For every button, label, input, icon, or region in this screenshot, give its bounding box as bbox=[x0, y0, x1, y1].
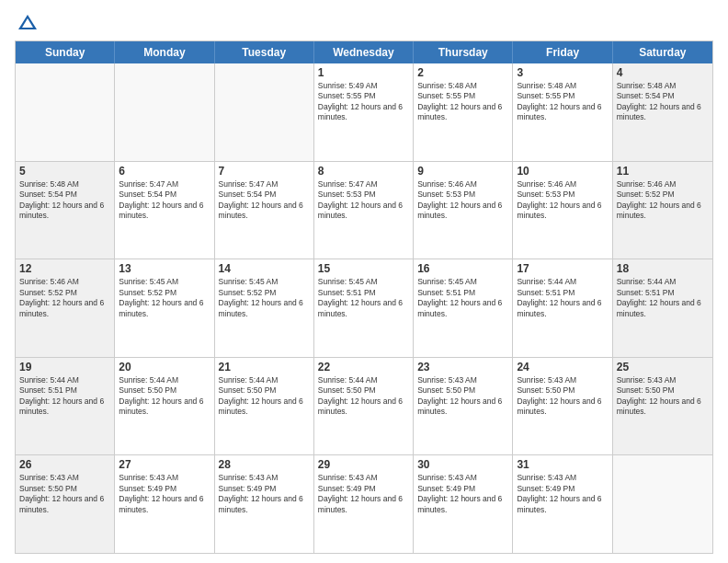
calendar-body: 1Sunrise: 5:49 AMSunset: 5:55 PMDaylight… bbox=[16, 63, 712, 553]
logo bbox=[15, 11, 44, 37]
calendar-cell: 31Sunrise: 5:43 AMSunset: 5:49 PMDayligh… bbox=[513, 455, 612, 553]
day-info: Sunrise: 5:47 AMSunset: 5:54 PMDaylight:… bbox=[219, 179, 310, 222]
day-info: Sunrise: 5:48 AMSunset: 5:55 PMDaylight:… bbox=[417, 81, 508, 123]
day-number: 16 bbox=[417, 262, 508, 275]
calendar-cell: 4Sunrise: 5:48 AMSunset: 5:54 PMDaylight… bbox=[613, 63, 712, 161]
day-number: 30 bbox=[417, 458, 508, 471]
calendar-cell bbox=[215, 63, 314, 161]
day-info: Sunrise: 5:48 AMSunset: 5:54 PMDaylight:… bbox=[19, 179, 110, 222]
day-info: Sunrise: 5:43 AMSunset: 5:50 PMDaylight:… bbox=[517, 375, 608, 418]
calendar-cell: 29Sunrise: 5:43 AMSunset: 5:49 PMDayligh… bbox=[314, 455, 414, 553]
day-number: 24 bbox=[517, 361, 608, 373]
day-number: 2 bbox=[417, 66, 508, 79]
day-number: 20 bbox=[119, 361, 210, 373]
day-number: 14 bbox=[219, 262, 310, 275]
day-number: 28 bbox=[219, 458, 310, 471]
calendar-cell: 14Sunrise: 5:45 AMSunset: 5:52 PMDayligh… bbox=[215, 259, 314, 357]
calendar-cell: 19Sunrise: 5:44 AMSunset: 5:51 PMDayligh… bbox=[16, 358, 115, 455]
calendar-row-2: 12Sunrise: 5:46 AMSunset: 5:52 PMDayligh… bbox=[16, 259, 712, 357]
day-info: Sunrise: 5:45 AMSunset: 5:51 PMDaylight:… bbox=[318, 277, 409, 319]
day-number: 26 bbox=[19, 458, 110, 471]
header-day-tuesday: Tuesday bbox=[215, 41, 314, 63]
day-number: 7 bbox=[219, 165, 310, 178]
day-number: 25 bbox=[617, 361, 709, 373]
day-info: Sunrise: 5:48 AMSunset: 5:55 PMDaylight:… bbox=[517, 81, 608, 123]
day-info: Sunrise: 5:43 AMSunset: 5:49 PMDaylight:… bbox=[219, 473, 310, 515]
day-number: 8 bbox=[318, 165, 409, 178]
calendar-cell: 7Sunrise: 5:47 AMSunset: 5:54 PMDaylight… bbox=[215, 162, 314, 259]
calendar-cell bbox=[613, 455, 712, 553]
day-info: Sunrise: 5:43 AMSunset: 5:49 PMDaylight:… bbox=[119, 473, 210, 515]
day-number: 17 bbox=[517, 262, 608, 275]
day-number: 21 bbox=[219, 361, 310, 373]
day-info: Sunrise: 5:43 AMSunset: 5:50 PMDaylight:… bbox=[617, 375, 709, 418]
day-info: Sunrise: 5:46 AMSunset: 5:52 PMDaylight:… bbox=[19, 277, 110, 319]
day-info: Sunrise: 5:44 AMSunset: 5:51 PMDaylight:… bbox=[517, 277, 608, 319]
header-day-thursday: Thursday bbox=[414, 41, 513, 63]
day-info: Sunrise: 5:44 AMSunset: 5:51 PMDaylight:… bbox=[19, 375, 110, 418]
calendar-cell: 22Sunrise: 5:44 AMSunset: 5:50 PMDayligh… bbox=[314, 358, 414, 455]
calendar-cell: 30Sunrise: 5:43 AMSunset: 5:49 PMDayligh… bbox=[414, 455, 513, 553]
day-number: 23 bbox=[417, 361, 508, 373]
calendar-row-1: 5Sunrise: 5:48 AMSunset: 5:54 PMDaylight… bbox=[16, 161, 712, 259]
calendar-cell: 11Sunrise: 5:46 AMSunset: 5:52 PMDayligh… bbox=[613, 162, 712, 259]
calendar-cell: 18Sunrise: 5:44 AMSunset: 5:51 PMDayligh… bbox=[613, 259, 712, 357]
calendar-cell: 28Sunrise: 5:43 AMSunset: 5:49 PMDayligh… bbox=[215, 455, 314, 553]
page: SundayMondayTuesdayWednesdayThursdayFrid… bbox=[0, 0, 728, 563]
day-number: 10 bbox=[517, 165, 608, 178]
calendar-cell: 9Sunrise: 5:46 AMSunset: 5:53 PMDaylight… bbox=[414, 162, 513, 259]
calendar-cell: 20Sunrise: 5:44 AMSunset: 5:50 PMDayligh… bbox=[115, 358, 214, 455]
calendar-cell bbox=[16, 63, 115, 161]
day-number: 11 bbox=[617, 165, 709, 178]
day-number: 29 bbox=[318, 458, 409, 471]
day-info: Sunrise: 5:44 AMSunset: 5:51 PMDaylight:… bbox=[617, 277, 709, 319]
calendar-cell: 21Sunrise: 5:44 AMSunset: 5:50 PMDayligh… bbox=[215, 358, 314, 455]
day-info: Sunrise: 5:46 AMSunset: 5:53 PMDaylight:… bbox=[517, 179, 608, 222]
calendar-cell: 24Sunrise: 5:43 AMSunset: 5:50 PMDayligh… bbox=[513, 358, 612, 455]
day-info: Sunrise: 5:46 AMSunset: 5:52 PMDaylight:… bbox=[617, 179, 709, 222]
day-number: 18 bbox=[617, 262, 709, 275]
calendar-cell: 6Sunrise: 5:47 AMSunset: 5:54 PMDaylight… bbox=[115, 162, 214, 259]
day-info: Sunrise: 5:43 AMSunset: 5:49 PMDaylight:… bbox=[318, 473, 409, 515]
header-day-wednesday: Wednesday bbox=[314, 41, 414, 63]
day-info: Sunrise: 5:46 AMSunset: 5:53 PMDaylight:… bbox=[417, 179, 508, 222]
calendar-cell: 12Sunrise: 5:46 AMSunset: 5:52 PMDayligh… bbox=[16, 259, 115, 357]
calendar-row-0: 1Sunrise: 5:49 AMSunset: 5:55 PMDaylight… bbox=[16, 63, 712, 161]
header bbox=[15, 11, 713, 37]
day-number: 4 bbox=[617, 66, 709, 79]
day-number: 19 bbox=[19, 361, 110, 373]
day-info: Sunrise: 5:47 AMSunset: 5:54 PMDaylight:… bbox=[119, 179, 210, 222]
calendar-cell: 17Sunrise: 5:44 AMSunset: 5:51 PMDayligh… bbox=[513, 259, 612, 357]
calendar-row-4: 26Sunrise: 5:43 AMSunset: 5:50 PMDayligh… bbox=[16, 454, 712, 553]
calendar-cell: 10Sunrise: 5:46 AMSunset: 5:53 PMDayligh… bbox=[513, 162, 612, 259]
day-info: Sunrise: 5:45 AMSunset: 5:51 PMDaylight:… bbox=[417, 277, 508, 319]
day-number: 3 bbox=[517, 66, 608, 79]
day-number: 12 bbox=[19, 262, 110, 275]
calendar-header: SundayMondayTuesdayWednesdayThursdayFrid… bbox=[16, 41, 712, 63]
header-day-saturday: Saturday bbox=[613, 41, 712, 63]
day-info: Sunrise: 5:43 AMSunset: 5:49 PMDaylight:… bbox=[417, 473, 508, 515]
day-info: Sunrise: 5:48 AMSunset: 5:54 PMDaylight:… bbox=[617, 81, 709, 123]
day-info: Sunrise: 5:44 AMSunset: 5:50 PMDaylight:… bbox=[219, 375, 310, 418]
calendar-cell: 16Sunrise: 5:45 AMSunset: 5:51 PMDayligh… bbox=[414, 259, 513, 357]
header-day-sunday: Sunday bbox=[16, 41, 115, 63]
header-day-friday: Friday bbox=[513, 41, 612, 63]
calendar-cell: 5Sunrise: 5:48 AMSunset: 5:54 PMDaylight… bbox=[16, 162, 115, 259]
day-number: 5 bbox=[19, 165, 110, 178]
day-number: 1 bbox=[318, 66, 409, 79]
calendar-cell bbox=[115, 63, 214, 161]
calendar-cell: 27Sunrise: 5:43 AMSunset: 5:49 PMDayligh… bbox=[115, 455, 214, 553]
day-number: 27 bbox=[119, 458, 210, 471]
calendar-cell: 13Sunrise: 5:45 AMSunset: 5:52 PMDayligh… bbox=[115, 259, 214, 357]
calendar-cell: 15Sunrise: 5:45 AMSunset: 5:51 PMDayligh… bbox=[314, 259, 414, 357]
day-info: Sunrise: 5:49 AMSunset: 5:55 PMDaylight:… bbox=[318, 81, 409, 123]
day-info: Sunrise: 5:45 AMSunset: 5:52 PMDaylight:… bbox=[219, 277, 310, 319]
day-info: Sunrise: 5:43 AMSunset: 5:49 PMDaylight:… bbox=[517, 473, 608, 515]
calendar: SundayMondayTuesdayWednesdayThursdayFrid… bbox=[15, 40, 713, 554]
day-info: Sunrise: 5:45 AMSunset: 5:52 PMDaylight:… bbox=[119, 277, 210, 319]
calendar-row-3: 19Sunrise: 5:44 AMSunset: 5:51 PMDayligh… bbox=[16, 357, 712, 455]
day-number: 6 bbox=[119, 165, 210, 178]
calendar-cell: 25Sunrise: 5:43 AMSunset: 5:50 PMDayligh… bbox=[613, 358, 712, 455]
calendar-cell: 2Sunrise: 5:48 AMSunset: 5:55 PMDaylight… bbox=[414, 63, 513, 161]
day-info: Sunrise: 5:44 AMSunset: 5:50 PMDaylight:… bbox=[318, 375, 409, 418]
